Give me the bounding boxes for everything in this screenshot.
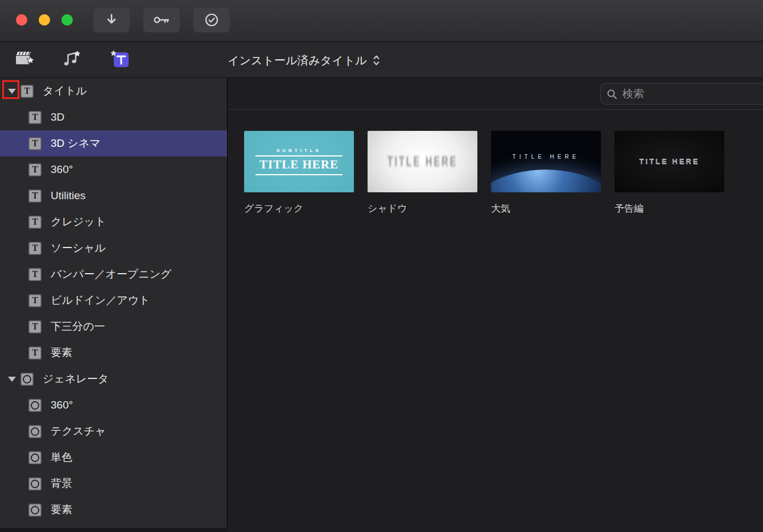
sidebar-item-textures[interactable]: テクスチャ (0, 418, 227, 444)
sidebar-section-generators[interactable]: ジェネレータ (0, 366, 227, 392)
sidebar-item-build-in-out[interactable]: ビルドイン／アウト (0, 287, 227, 314)
updown-chevron-icon (373, 54, 380, 67)
thumbnail-preview: TITLE HERE (614, 131, 724, 192)
sidebar-item-label: 3D (51, 111, 64, 123)
disclosure-triangle-icon[interactable] (5, 89, 19, 94)
sidebar-item-360[interactable]: 360° (0, 156, 227, 183)
sidebar-item-label: ビルドイン／アウト (51, 293, 150, 308)
sidebar-item-label: 3D シネマ (51, 136, 101, 151)
download-icon (105, 13, 118, 27)
preview-title-text: TITLE HERE (255, 155, 343, 175)
title-icon (28, 294, 42, 307)
sidebar-item-label: 360° (51, 399, 73, 411)
sidebar-item-label: ソーシャル (51, 241, 106, 255)
title-thumbnail-trailer[interactable]: TITLE HERE 予告編 (614, 131, 724, 215)
thumbnail-preview: SUBTITLE TITLE HERE (244, 131, 354, 192)
earth-graphic (491, 170, 601, 192)
title-icon (28, 216, 42, 229)
thumbnail-preview: TITLE HERE (491, 131, 601, 192)
title-icon (28, 242, 42, 255)
check-circle-icon (204, 13, 219, 27)
key-icon (153, 15, 170, 25)
generator-icon (28, 425, 42, 438)
sidebar-item-utilities[interactable]: Utilities (0, 183, 227, 209)
titlebar (0, 0, 763, 42)
sidebar-item-gen-elements[interactable]: 要素 (0, 497, 227, 523)
key-button[interactable] (143, 7, 180, 32)
title-icon (28, 320, 42, 333)
preview-title-text: TITLE HERE (491, 154, 601, 160)
video-browser-button[interactable] (13, 48, 35, 69)
search-field[interactable] (600, 83, 763, 105)
thumbnail-label: シャドウ (368, 202, 477, 215)
search-icon (607, 89, 617, 100)
thumbnail-label: 大気 (491, 202, 601, 215)
title-icon (28, 268, 42, 281)
sidebar-item-backgrounds[interactable]: 背景 (0, 471, 227, 497)
app-window: インストール済みタイトル タイトル 3D 3D シネマ 360° Utiliti… (0, 0, 763, 532)
generator-icon (28, 477, 42, 490)
sidebar-section-titles[interactable]: タイトル (0, 78, 227, 104)
sidebar-item-label: クレジット (51, 215, 106, 229)
thumbnail-preview: TITLE HERE (368, 131, 477, 192)
sidebar-item-3d-cinema[interactable]: 3D シネマ (0, 130, 227, 156)
sidebar-item-label: 単色 (51, 450, 72, 465)
browser-content: SUBTITLE TITLE HERE グラフィック TITLE HERE シャ… (228, 78, 763, 532)
preview-subtitle-text: SUBTITLE (255, 148, 343, 153)
sidebar-item-gen-360[interactable]: 360° (0, 392, 227, 418)
title-thumbnail-shadow[interactable]: TITLE HERE シャドウ (368, 131, 477, 215)
sidebar-item-label: 要素 (51, 502, 72, 517)
title-icon (28, 111, 42, 124)
sidebar-item-label: 360° (51, 163, 73, 176)
sidebar-item-label: Utilities (51, 189, 85, 202)
sidebar-item-social[interactable]: ソーシャル (0, 235, 227, 261)
sidebar-item-label: 背景 (51, 476, 72, 491)
sidebar-section-label: ジェネレータ (43, 372, 109, 386)
disclosure-triangle-icon[interactable] (5, 377, 19, 382)
sidebar-item-bumper-opening[interactable]: バンパー／オープニング (0, 261, 227, 287)
title-icon (28, 347, 42, 360)
sidebar-section-label: タイトル (43, 84, 87, 98)
thumbnail-label: グラフィック (244, 202, 354, 215)
sidebar-item-label: バンパー／オープニング (51, 267, 172, 282)
download-button[interactable] (93, 7, 130, 32)
sidebar: タイトル 3D 3D シネマ 360° Utilities クレジット ソーシャ… (0, 78, 228, 532)
title-icon (28, 163, 42, 176)
generator-icon (28, 504, 42, 517)
preview-title-text: TITLE HERE (640, 158, 700, 166)
audio-browser-button[interactable] (60, 48, 83, 69)
check-button[interactable] (193, 7, 230, 32)
preview-title-text: TITLE HERE (387, 154, 457, 170)
minimize-button[interactable] (39, 14, 50, 26)
titles-category-icon (20, 85, 34, 98)
thumbnail-label: 予告編 (614, 202, 724, 215)
sidebar-item-credits[interactable]: クレジット (0, 209, 227, 235)
title-icon (28, 189, 42, 203)
popup-label: インストール済みタイトル (228, 53, 367, 68)
title-thumbnail-graphic[interactable]: SUBTITLE TITLE HERE グラフィック (244, 131, 354, 215)
generator-icon (28, 399, 42, 412)
thumbnail-grid: SUBTITLE TITLE HERE グラフィック TITLE HERE シャ… (228, 131, 724, 215)
sidebar-item-label: テクスチャ (51, 424, 106, 439)
title-thumbnail-atmosphere[interactable]: TITLE HERE 大気 (491, 131, 601, 215)
titles-browser-button[interactable] (108, 48, 131, 69)
title-icon (28, 137, 42, 150)
sidebar-item-label: 要素 (51, 345, 72, 360)
sidebar-item-label: 下三分の一 (51, 319, 105, 334)
search-band (228, 78, 763, 110)
sidebar-item-lower-thirds[interactable]: 下三分の一 (0, 314, 227, 340)
titles-star-icon (109, 49, 130, 68)
sidebar-footer-strip (0, 528, 228, 532)
title-set-popup[interactable]: インストール済みタイトル (228, 49, 380, 72)
sidebar-item-solids[interactable]: 単色 (0, 444, 227, 471)
close-button[interactable] (16, 14, 27, 26)
zoom-button[interactable] (61, 14, 73, 26)
generators-category-icon (20, 373, 34, 386)
clapperboard-star-icon (13, 49, 35, 68)
sidebar-item-elements[interactable]: 要素 (0, 340, 227, 366)
search-input[interactable] (622, 88, 763, 100)
generator-icon (28, 451, 42, 464)
music-note-star-icon (60, 49, 82, 68)
sidebar-item-3d[interactable]: 3D (0, 104, 227, 130)
